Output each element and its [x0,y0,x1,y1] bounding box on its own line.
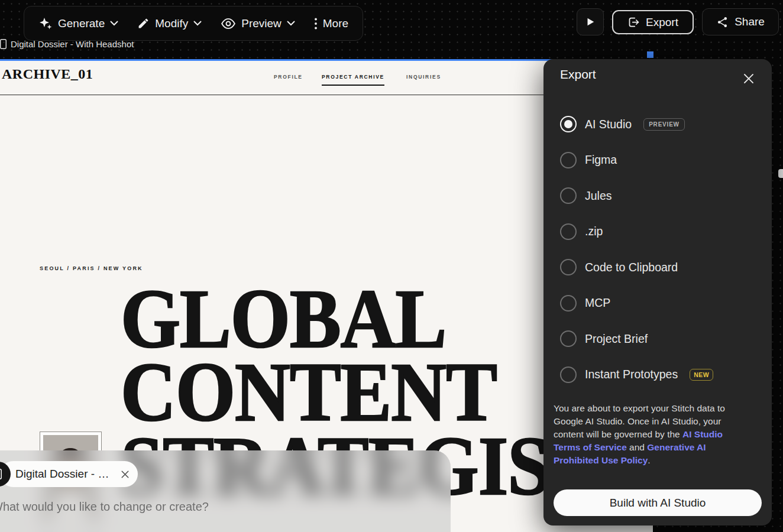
phone-icon [0,39,7,49]
export-disclaimer: You are about to export your Stitch data… [554,402,744,467]
disclaimer-text: and [627,442,647,452]
scrollbar-thumb[interactable] [778,169,783,178]
export-button-label: Export [646,16,678,29]
export-option-figma[interactable]: Figma [560,142,755,179]
disclaimer-text: . [648,455,650,465]
build-with-ai-studio-button[interactable]: Build with AI Studio [554,489,762,516]
export-option-instant-prototypes[interactable]: Instant PrototypesNEW [560,357,755,393]
share-icon [716,16,729,28]
chevron-down-icon [193,21,202,26]
toolbar-group: Generate Modify Preview More [24,6,363,41]
more-button[interactable]: More [305,7,358,40]
headline-line: GLOBAL [121,282,600,355]
export-option-label: MCP [585,296,610,310]
export-option-label: Instant Prototypes [585,368,678,381]
radio-icon[interactable] [560,259,577,275]
generate-label: Generate [58,17,105,30]
sparkle-icon [38,17,53,31]
close-icon[interactable] [741,71,756,86]
radio-icon[interactable] [560,330,577,347]
modify-label: Modify [155,17,188,30]
context-chip-label: Digital Dossier - With Headshot [15,468,116,481]
headline-line: CONTENT [121,355,600,429]
share-button-label: Share [735,15,765,28]
export-option-zip[interactable]: .zip [560,214,755,250]
play-icon [585,17,596,27]
preview-label: Preview [241,17,282,30]
chat-input[interactable]: What would you like to change or create? [0,500,209,514]
radio-icon[interactable] [560,295,577,312]
export-option-label: Figma [585,153,617,167]
export-option-code-to-clipboard[interactable]: Code to Clipboard [560,249,755,286]
chevron-down-icon [110,21,118,26]
export-option-label: .zip [585,225,603,238]
radio-icon[interactable] [560,187,577,204]
export-panel-title: Export [560,67,596,82]
pencil-icon [137,17,150,30]
generate-button[interactable]: Generate [29,7,128,40]
chevron-down-icon [287,21,295,26]
context-chip[interactable]: Digital Dossier - With Headshot [0,461,138,487]
badge-new: NEW [690,369,713,381]
chip-close-icon[interactable] [121,470,130,479]
nav-item-project-archive[interactable]: PROJECT ARCHIVE [322,74,384,80]
radio-icon[interactable] [560,366,577,383]
export-option-label: Jules [585,189,612,203]
export-option-project-brief[interactable]: Project Brief [560,321,755,357]
selection-handle[interactable] [647,51,653,58]
radio-icon[interactable] [560,152,577,168]
export-button[interactable]: Export [612,10,694,34]
site-locations: SEOUL / PARIS / NEW YORK [40,265,143,271]
share-button[interactable]: Share [702,8,779,35]
export-option-label: AI Studio [585,118,632,131]
export-option-label: Code to Clipboard [585,261,678,274]
preview-button[interactable]: Preview [211,7,305,40]
export-option-mcp[interactable]: MCP [560,286,755,322]
radio-icon[interactable] [560,116,577,132]
export-options-list: AI StudioPREVIEWFigmaJules.zipCode to Cl… [560,106,755,392]
modify-button[interactable]: Modify [128,7,211,40]
kebab-menu-icon [314,17,318,31]
chat-overlay: Digital Dossier - With Headshot What wou… [0,450,451,532]
nav-item-profile[interactable]: PROFILE [274,74,303,80]
radio-icon[interactable] [560,223,577,240]
export-panel: Export AI StudioPREVIEWFigmaJules.zipCod… [543,59,772,525]
export-option-jules[interactable]: Jules [560,178,755,214]
export-icon [627,16,640,28]
nav-item-inquiries[interactable]: INQUIRIES [406,74,441,80]
site-logo: ARCHIVE_01 [2,66,93,82]
badge-preview: PREVIEW [643,118,685,131]
more-label: More [323,17,348,30]
eye-icon [221,16,236,31]
export-option-label: Project Brief [585,332,648,346]
export-option-ai-studio[interactable]: AI StudioPREVIEW [560,106,755,142]
play-button[interactable] [577,8,604,35]
